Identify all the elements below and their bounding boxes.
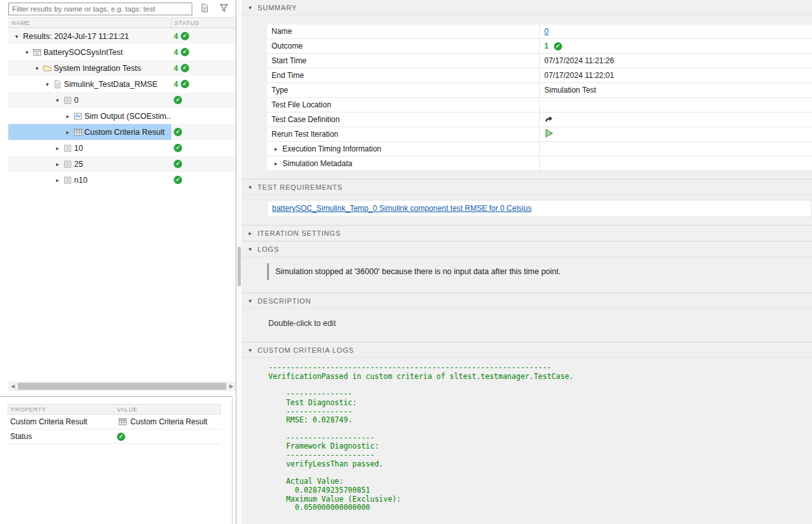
results-browser-panel: NAME STATUS Results: 2024-Jul-17 11:21:2…	[0, 0, 236, 524]
summary-value: Simulation Test	[544, 86, 596, 95]
status-column-header[interactable]: STATUS	[171, 18, 236, 27]
pass-count: 4	[174, 64, 178, 73]
collapse-icon[interactable]	[246, 347, 255, 353]
log-entry: Simulation stopped at '36000' because th…	[267, 263, 812, 280]
horizontal-scrollbar[interactable]: ◀ ▶	[8, 381, 236, 391]
iteration-settings-section-header[interactable]: ITERATION SETTINGS	[241, 226, 812, 241]
collapse-icon[interactable]	[246, 298, 255, 304]
tree-row-testsuite[interactable]: System Integration Tests 4	[8, 60, 236, 76]
result-detail-panel: SUMMARY Name 0 Outcome 1 Start Time 07/1…	[241, 0, 812, 524]
tree-row-sim-output[interactable]: Sim Output (SCOEstim...	[8, 108, 236, 124]
summary-section-header[interactable]: SUMMARY	[241, 0, 812, 15]
expander-icon[interactable]	[53, 161, 62, 167]
summary-label: Outcome	[267, 39, 540, 53]
description-editor[interactable]: Double-click to edit	[268, 319, 812, 328]
summary-row-rerun-test-iteration: Rerun Test Iteration	[267, 127, 812, 142]
tree-row-custom-criteria[interactable]: Custom Criteria Result	[8, 124, 236, 140]
value-column-header[interactable]: VALUE	[114, 405, 220, 414]
tree-row-testcase[interactable]: Simulink_TestData_RMSE 4	[8, 76, 236, 92]
iteration-settings-section: ITERATION SETTINGS	[241, 226, 812, 242]
tree-column-headers: NAME STATUS	[8, 17, 236, 28]
property-row[interactable]: Custom Criteria Result Custom Criteria R…	[8, 415, 221, 429]
scroll-left-icon[interactable]: ◀	[8, 383, 17, 389]
expander-icon[interactable]	[22, 49, 31, 56]
summary-label: Type	[267, 83, 540, 97]
collapse-icon[interactable]	[246, 230, 255, 236]
tree-row-label: n10	[74, 176, 88, 185]
name-column-header[interactable]: NAME	[8, 19, 171, 26]
pass-icon	[117, 433, 125, 441]
report-button[interactable]	[197, 3, 211, 15]
collapse-icon[interactable]	[246, 4, 255, 11]
property-panel: PROPERTY VALUE Custom Criteria Result Cu…	[0, 396, 233, 524]
pass-count: 4	[174, 48, 178, 57]
expander-icon[interactable]	[272, 146, 280, 152]
expander-icon[interactable]	[272, 160, 280, 167]
expander-icon[interactable]	[33, 65, 42, 72]
pass-icon	[181, 64, 189, 72]
tree-row-label: Results: 2024-Jul-17 11:21:21	[23, 32, 129, 41]
tree-row-label: 25	[74, 160, 83, 169]
scrollbar-thumb[interactable]	[18, 383, 226, 390]
custom-criteria-logs-section-header[interactable]: CUSTOM CRITERIA LOGS	[241, 343, 812, 358]
iteration-icon	[63, 143, 72, 153]
collapse-icon[interactable]	[246, 246, 255, 252]
filter-button[interactable]	[217, 3, 231, 15]
filter-toolbar	[0, 0, 236, 17]
tree-row-iteration-n10[interactable]: n10	[8, 172, 236, 188]
expander-icon[interactable]	[63, 129, 72, 135]
scroll-right-icon[interactable]: ▶	[227, 383, 236, 389]
log-quote-bar	[267, 263, 269, 280]
pass-icon	[174, 128, 182, 136]
summary-row-start-time: Start Time 07/17/2024 11:21:26	[267, 54, 812, 68]
tree-row-label: BatterySOCSysIntTest	[43, 48, 123, 57]
tree-row-label: 10	[74, 144, 83, 153]
goto-test-case-icon[interactable]	[544, 114, 553, 125]
summary-label: Test Case Definition	[267, 112, 540, 127]
results-tree: Results: 2024-Jul-17 11:21:21 4 BatteryS…	[8, 28, 236, 188]
pass-icon	[174, 96, 182, 104]
expander-icon[interactable]	[63, 113, 72, 119]
property-column-header[interactable]: PROPERTY	[8, 405, 114, 414]
filter-input[interactable]	[8, 3, 192, 15]
tree-row-iteration-25[interactable]: 25	[8, 156, 236, 172]
table-icon	[73, 127, 82, 137]
tree-row-label: System Integration Tests	[54, 64, 141, 73]
expander-icon[interactable]	[43, 81, 52, 88]
property-row[interactable]: Status	[8, 429, 221, 444]
expander-icon[interactable]	[53, 97, 62, 104]
outcome-count: 1	[544, 42, 549, 50]
tree-row-results[interactable]: Results: 2024-Jul-17 11:21:21 4	[8, 28, 236, 44]
expander-icon[interactable]	[53, 145, 62, 151]
panel-splitter[interactable]	[237, 0, 241, 524]
iteration-name-link[interactable]: 0	[544, 27, 549, 36]
test-requirements-section: TEST REQUIREMENTS batterySOC_Simulink_Te…	[241, 180, 812, 226]
run-icon[interactable]	[544, 128, 554, 140]
iteration-icon	[63, 159, 72, 169]
summary-row-end-time: End Time 07/17/2024 11:22:01	[267, 68, 812, 83]
expander-icon[interactable]	[12, 33, 21, 40]
tree-row-iteration-10[interactable]: 10	[8, 140, 236, 156]
section-title: CUSTOM CRITERIA LOGS	[257, 346, 354, 354]
tree-row-iteration-0[interactable]: 0	[8, 92, 236, 108]
description-section-header[interactable]: DESCRIPTION	[241, 293, 812, 309]
summary-row-type: Type Simulation Test	[267, 83, 812, 98]
collapse-icon[interactable]	[246, 184, 255, 190]
splitter-handle[interactable]	[238, 247, 241, 286]
tree-row-label: 0	[74, 96, 79, 105]
property-name: Custom Criteria Result	[8, 417, 114, 426]
document-icon	[52, 79, 62, 89]
tree-row-testfile[interactable]: BatterySOCSysIntTest 4	[8, 44, 236, 60]
test-file-icon	[32, 47, 42, 57]
summary-row-execution-timing[interactable]: Execution Timing Information	[267, 142, 812, 157]
summary-label: Test File Location	[267, 98, 540, 112]
expander-icon[interactable]	[53, 177, 62, 183]
summary-label: Rerun Test Iteration	[267, 127, 540, 141]
pass-icon	[181, 80, 189, 88]
test-requirements-section-header[interactable]: TEST REQUIREMENTS	[241, 180, 812, 195]
summary-row-simulation-metadata[interactable]: Simulation Metadata	[267, 157, 812, 171]
description-section: DESCRIPTION Double-click to edit	[241, 293, 812, 343]
requirement-link[interactable]: batterySOC_Simulink_Temp_0 Simulink comp…	[272, 204, 532, 213]
logs-section-header[interactable]: LOGS	[241, 242, 812, 257]
iteration-icon	[63, 95, 72, 105]
